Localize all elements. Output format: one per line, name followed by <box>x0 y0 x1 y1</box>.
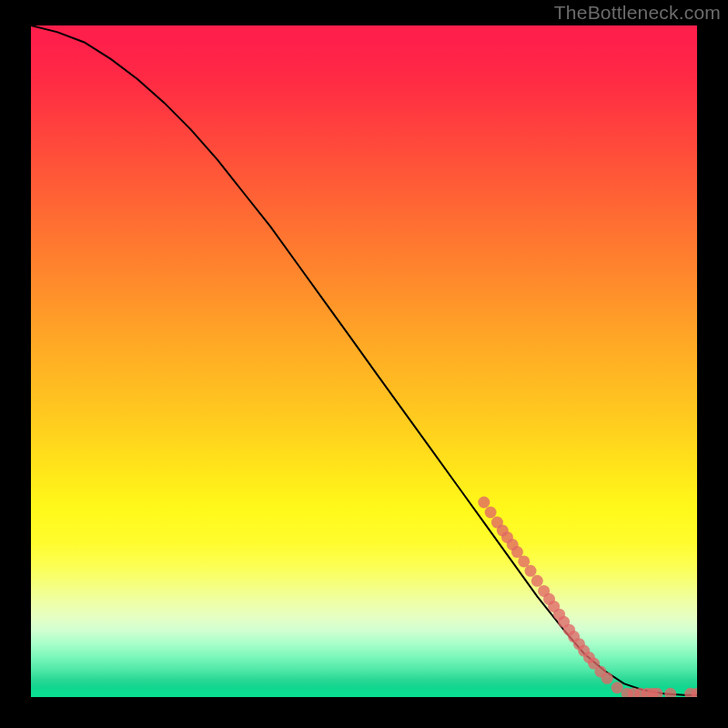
chart-frame: TheBottleneck.com <box>0 0 728 728</box>
data-point <box>602 672 613 684</box>
data-point <box>612 682 623 693</box>
data-point <box>478 497 490 509</box>
data-point <box>485 507 497 519</box>
data-points-group <box>478 497 697 698</box>
watermark-label: TheBottleneck.com <box>554 2 721 24</box>
data-point <box>531 575 543 587</box>
data-point <box>525 565 537 577</box>
bottleneck-curve <box>31 25 697 695</box>
data-point <box>664 688 676 697</box>
chart-overlay <box>31 25 697 697</box>
plot-area <box>31 25 697 697</box>
